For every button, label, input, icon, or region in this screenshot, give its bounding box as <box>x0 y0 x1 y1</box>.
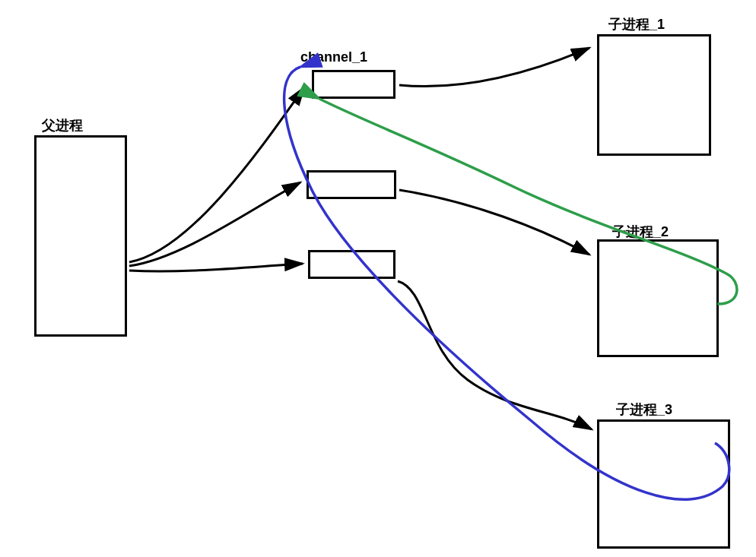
child-2-label: 子进程_2 <box>612 223 669 241</box>
parent-process-box <box>34 135 127 337</box>
channel-2-box <box>307 170 396 199</box>
channel-3-box <box>308 250 395 279</box>
edge-parent-to-channel1 <box>129 87 304 262</box>
edge-parent-to-channel3 <box>129 264 303 271</box>
parent-process-label: 父进程 <box>42 116 83 135</box>
edge-channel2-to-child2 <box>399 190 589 255</box>
child-1-label: 子进程_1 <box>608 15 665 33</box>
child-3-label: 子进程_3 <box>616 400 672 419</box>
child-2-box <box>597 239 719 357</box>
channel-1-label: channel_1 <box>300 49 367 65</box>
child-3-box <box>597 419 730 549</box>
edge-channel1-to-child1 <box>399 48 589 87</box>
edge-channel3-to-child3 <box>398 281 592 429</box>
child-1-box <box>597 34 711 156</box>
edge-parent-to-channel2 <box>129 182 300 266</box>
channel-1-box <box>312 70 395 99</box>
